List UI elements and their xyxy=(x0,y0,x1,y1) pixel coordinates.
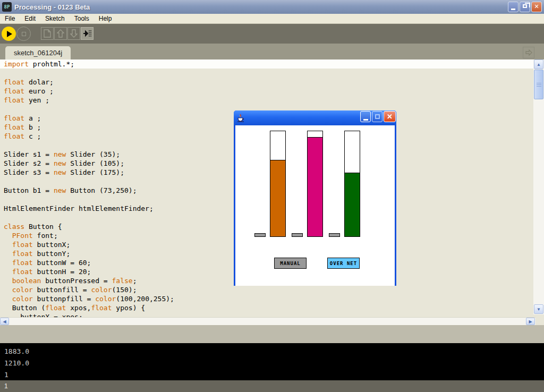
message-strip xyxy=(0,325,544,343)
arrow-up-icon xyxy=(57,29,64,38)
menu-item-tools[interactable]: Tools xyxy=(70,14,94,23)
console-line: 1 xyxy=(4,369,29,380)
slider-handle-s1[interactable] xyxy=(254,233,266,237)
code-line: float euro ; xyxy=(0,87,533,96)
menu-item-file[interactable]: File xyxy=(0,14,20,23)
stop-icon xyxy=(22,32,26,36)
arrow-right-icon xyxy=(525,49,532,56)
processing-window: 8P Processing - 0123 Beta ✕ FileEditSket… xyxy=(0,0,544,392)
arrow-down-icon xyxy=(70,29,78,38)
new-sketch-button[interactable] xyxy=(41,27,54,40)
applet-minimize-button[interactable] xyxy=(360,111,371,122)
code-line: color buttonpfill = color(100,200,255); xyxy=(0,294,533,303)
slider-handle-s3[interactable] xyxy=(329,233,340,237)
scroll-up-button[interactable]: ▲ xyxy=(534,59,543,69)
slider-fill-s3 xyxy=(345,173,360,236)
applet-close-button[interactable]: ✕ xyxy=(384,111,396,122)
console: 1883.01883.01210.01 xyxy=(0,343,544,380)
restore-icon xyxy=(523,4,527,8)
applet-maximize-button[interactable] xyxy=(372,111,382,122)
scroll-right-button[interactable]: ▶ xyxy=(526,318,535,325)
code-line: buttonX = xpos; xyxy=(0,312,533,317)
java-coffee-cup-icon xyxy=(236,114,245,123)
tabstrip: sketch_061204j xyxy=(0,44,544,59)
applet-canvas[interactable]: ManualOver Net xyxy=(235,125,395,286)
scroll-down-button[interactable]: ▼ xyxy=(534,304,543,314)
applet-button-over-net[interactable]: Over Net xyxy=(327,258,360,269)
horizontal-scrollbar[interactable]: ◀ ▶ xyxy=(0,317,536,325)
slider-fill-s2 xyxy=(308,137,322,236)
tab-sketch[interactable]: sketch_061204j xyxy=(5,46,71,59)
tab-label: sketch_061204j xyxy=(14,49,62,57)
open-sketch-button[interactable] xyxy=(54,27,67,40)
new-file-icon xyxy=(44,29,51,38)
close-button[interactable]: ✕ xyxy=(531,2,542,12)
menubar: FileEditSketchToolsHelp xyxy=(0,14,544,24)
menu-item-edit[interactable]: Edit xyxy=(20,14,40,23)
code-line: float yen ; xyxy=(0,96,533,105)
slider-bar-s3 xyxy=(344,131,360,237)
vertical-scrollbar[interactable]: ▲ ▼ xyxy=(533,59,544,314)
scroll-left-button[interactable]: ◀ xyxy=(0,318,9,325)
processing-logo-icon: 8P xyxy=(2,2,12,12)
play-icon xyxy=(7,31,12,37)
applet-titlebar[interactable]: ✕ xyxy=(234,110,396,125)
minimize-icon xyxy=(511,8,515,10)
slider-bar-s2 xyxy=(307,131,323,237)
code-line: color buttonfill = color(150); xyxy=(0,285,533,294)
console-line: 1210.0 xyxy=(4,357,29,369)
minimize-button[interactable] xyxy=(508,2,518,12)
export-button[interactable] xyxy=(81,27,94,40)
menu-item-help[interactable]: Help xyxy=(94,14,117,23)
titlebar[interactable]: 8P Processing - 0123 Beta ✕ xyxy=(0,0,544,14)
export-arrow-icon xyxy=(83,29,91,38)
menu-item-sketch[interactable]: Sketch xyxy=(40,14,70,23)
save-sketch-button[interactable] xyxy=(67,27,80,40)
stop-button[interactable] xyxy=(16,27,31,41)
maximize-icon xyxy=(375,114,380,119)
code-line: import prohtml.*; xyxy=(0,59,533,69)
slider-fill-s1 xyxy=(270,160,285,236)
status-bar: 1 xyxy=(0,380,544,392)
applet-button-manual[interactable]: Manual xyxy=(274,258,307,269)
vertical-scroll-thumb[interactable] xyxy=(534,70,543,99)
slider-bar-s1 xyxy=(270,131,286,237)
code-line xyxy=(0,69,533,78)
minimize-icon xyxy=(363,119,368,121)
run-button[interactable] xyxy=(2,27,16,41)
code-line: Button (float xpos,float ypos) { xyxy=(0,303,533,312)
console-line: 1883.0 xyxy=(4,346,29,357)
window-title: Processing - 0123 Beta xyxy=(14,3,90,11)
slider-handle-s2[interactable] xyxy=(292,233,303,237)
code-line: float dolar; xyxy=(0,78,533,87)
applet-window[interactable]: ✕ ManualOver Net xyxy=(234,110,396,286)
status-line-number: 1 xyxy=(4,382,8,390)
tab-menu-button[interactable] xyxy=(523,47,534,58)
restore-button[interactable] xyxy=(520,2,530,12)
